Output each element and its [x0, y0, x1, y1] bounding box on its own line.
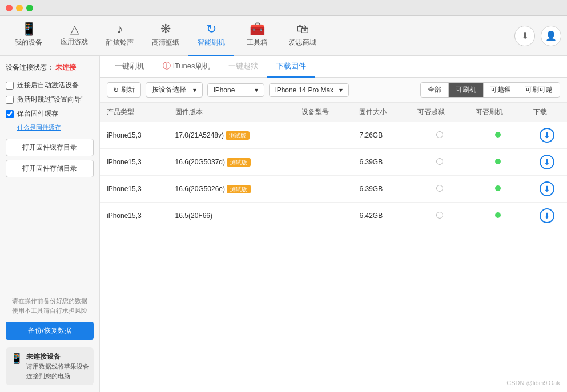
traffic-light-red[interactable]: [6, 5, 13, 11]
tab-itunes-flash[interactable]: ⓘ iTunes刷机: [154, 56, 219, 78]
flashable-indicator: [495, 132, 501, 138]
cell-download[interactable]: ⬇: [526, 203, 567, 229]
cell-download[interactable]: ⬇: [526, 149, 567, 176]
col-product-type: 产品类型: [100, 103, 168, 122]
refresh-icon: ↻: [113, 86, 119, 94]
keep-firmware-cache-checkbox[interactable]: 保留固件缓存: [6, 109, 94, 119]
nav-label-ringtone: 酷炫铃声: [106, 38, 134, 47]
filter-all-button[interactable]: 全部: [421, 83, 449, 97]
open-storage-dir-button[interactable]: 打开固件存储目录: [6, 160, 94, 177]
refresh-label: 刷新: [121, 85, 135, 95]
warning-line1: 请在操作前备份好您的数据: [6, 296, 94, 306]
tab-one-key-jailbreak-label: 一键越狱: [228, 61, 258, 71]
cell-flashable: [469, 149, 527, 176]
nav-item-app-game[interactable]: △ 应用游戏: [51, 16, 97, 56]
cell-device-model: [295, 149, 353, 176]
nav-item-toolbox[interactable]: 🧰 工具箱: [234, 16, 280, 56]
keep-firmware-cache-label: 保留固件缓存: [17, 109, 58, 119]
device-status-description: 请用数据线将苹果设备连接到您的电脑: [26, 362, 89, 381]
device-icon: 📱: [21, 23, 37, 35]
skip-settings-label: 激活时跳过"设置向导": [17, 95, 84, 104]
model-selector-dropdown[interactable]: iPhone 14 Pro Max ▾: [269, 83, 349, 97]
badge-test: 测试版: [226, 131, 250, 140]
col-device-model: 设备型号: [295, 103, 353, 122]
device-selector-label: 按设备选择: [152, 85, 186, 95]
open-cache-dir-button[interactable]: 打开固件缓存目录: [6, 139, 94, 156]
backup-restore-button[interactable]: 备份/恢复数据: [6, 322, 94, 340]
app-game-icon: △: [70, 23, 79, 35]
firmware-cache-link[interactable]: 什么是固件缓存: [17, 123, 94, 132]
download-button[interactable]: ⬇: [540, 155, 554, 169]
traffic-light-green[interactable]: [26, 5, 33, 11]
cell-firmware-size: 6.42GB: [352, 203, 411, 229]
firmware-table-area: 产品类型 固件版本 设备型号 固件大小 可否越狱 可否刷机 下载 iPhone1…: [100, 103, 567, 392]
brand-selector-dropdown[interactable]: iPhone ▾: [207, 83, 264, 97]
device-status-footer: 📱 未连接设备 请用数据线将苹果设备连接到您的电脑: [6, 347, 94, 385]
user-account-button[interactable]: 👤: [541, 26, 561, 46]
nav-label-store: 爱思商城: [289, 38, 316, 47]
cell-download[interactable]: ⬇: [526, 122, 567, 149]
nav-item-ringtone[interactable]: ♪ 酷炫铃声: [97, 16, 143, 56]
nav-item-smart-flash[interactable]: ↻ 智能刷机: [188, 16, 234, 56]
cell-product-type: iPhone15,3: [100, 149, 168, 176]
auto-activate-input[interactable]: [6, 82, 14, 90]
nav-right: ⬇ 👤: [514, 26, 561, 46]
wallpaper-icon: ❋: [160, 23, 171, 35]
tab-one-key-jailbreak: 一键越狱: [219, 56, 267, 78]
device-status-icon: 📱: [10, 352, 23, 365]
jailbreakable-indicator: [436, 212, 443, 219]
table-header-row: 产品类型 固件版本 设备型号 固件大小 可否越狱 可否刷机 下载: [100, 103, 567, 122]
toolbar: ↻ 刷新 按设备选择 ▾ iPhone ▾ iPhone 14 Pro Max …: [100, 78, 567, 103]
watermark: CSDN @libin9iOak: [506, 379, 560, 386]
chevron-down-icon: ▾: [193, 86, 196, 94]
download-account-button[interactable]: ⬇: [514, 26, 535, 46]
sidebar: 设备连接状态： 未连接 连接后自动激活设备 激活时跳过"设置向导" 保留固件缓存…: [0, 56, 100, 392]
cell-flashable: [469, 176, 527, 203]
nav-item-wallpaper[interactable]: ❋ 高清壁纸: [143, 16, 188, 56]
skip-settings-checkbox[interactable]: 激活时跳过"设置向导": [6, 95, 94, 104]
cell-download[interactable]: ⬇: [526, 176, 567, 203]
auto-activate-label: 连接后自动激活设备: [17, 80, 79, 90]
connection-status: 设备连接状态： 未连接: [6, 63, 94, 72]
nav-label-smart-flash: 智能刷机: [198, 38, 225, 47]
brand-selector-value: iPhone: [214, 86, 235, 94]
auto-activate-checkbox[interactable]: 连接后自动激活设备: [6, 80, 94, 90]
traffic-light-yellow[interactable]: [16, 5, 23, 11]
device-selector-dropdown[interactable]: 按设备选择 ▾: [146, 82, 203, 98]
cell-jailbreakable: [411, 203, 469, 229]
download-button[interactable]: ⬇: [540, 181, 554, 196]
jailbreakable-indicator: [436, 185, 443, 192]
filter-jailbreakable-button[interactable]: 可越狱: [484, 83, 518, 97]
col-jailbreakable: 可否越狱: [411, 103, 469, 122]
nav-item-store[interactable]: 🛍 爱思商城: [280, 16, 325, 56]
cell-flashable: [469, 203, 527, 229]
tab-download-firmware[interactable]: 下载固件: [267, 56, 315, 78]
cell-device-model: [295, 176, 353, 203]
tab-one-key-flash[interactable]: 一键刷机: [106, 56, 154, 78]
filter-flashable-button[interactable]: 可刷机: [449, 83, 484, 97]
cell-firmware-version: 16.5(20F66): [168, 203, 295, 229]
nav-label-toolbox: 工具箱: [247, 38, 267, 47]
cell-product-type: iPhone15,3: [100, 122, 168, 149]
firmware-table: 产品类型 固件版本 设备型号 固件大小 可否越狱 可否刷机 下载 iPhone1…: [100, 103, 567, 229]
refresh-button[interactable]: ↻ 刷新: [107, 82, 141, 98]
nav-label-app-game: 应用游戏: [61, 37, 88, 47]
store-icon: 🛍: [296, 23, 309, 35]
download-button[interactable]: ⬇: [540, 128, 554, 143]
cell-firmware-version: 17.0(21A5248v) 测试版: [168, 122, 295, 149]
ringtone-icon: ♪: [117, 23, 123, 35]
keep-firmware-cache-input[interactable]: [6, 110, 14, 118]
model-chevron-icon: ▾: [339, 86, 343, 94]
warning-line2: 使用本工具请自行承担风险: [6, 306, 94, 316]
nav-items: 📱 我的设备 △ 应用游戏 ♪ 酷炫铃声 ❋ 高清壁纸 ↻ 智能刷机 🧰 工具箱…: [6, 16, 325, 56]
col-firmware-size: 固件大小: [352, 103, 411, 122]
nav-item-my-device[interactable]: 📱 我的设备: [6, 16, 51, 56]
cell-flashable: [469, 122, 527, 149]
download-button[interactable]: ⬇: [540, 208, 554, 223]
col-flashable: 可否刷机: [469, 103, 527, 122]
filter-both-button[interactable]: 可刷可越: [518, 83, 560, 97]
jailbreakable-indicator: [436, 131, 443, 138]
skip-settings-input[interactable]: [6, 96, 14, 104]
tab-download-firmware-label: 下载固件: [276, 61, 306, 71]
table-row: iPhone15,3 16.5(20F66) 6.42GB ⬇: [100, 203, 567, 229]
